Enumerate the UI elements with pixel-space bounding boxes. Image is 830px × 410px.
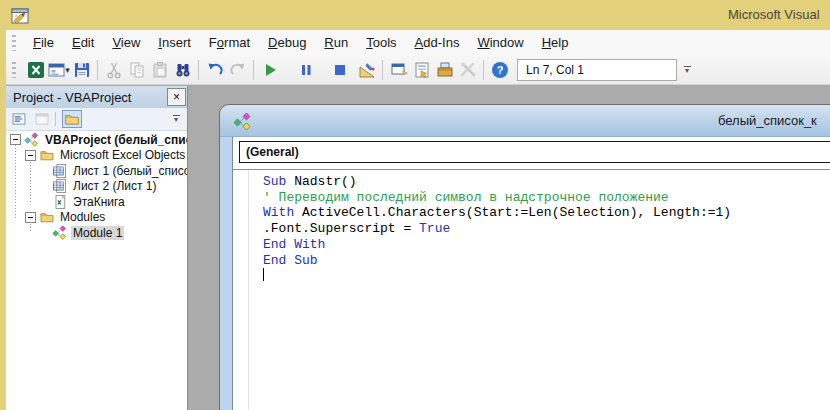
workbook-icon (52, 194, 68, 210)
folder-icon (64, 111, 81, 128)
view-excel-button[interactable] (24, 59, 47, 81)
vba-app-icon (10, 5, 30, 25)
folder-icon (39, 147, 55, 163)
menu-format[interactable]: Format (200, 35, 259, 50)
userform-icon (47, 60, 67, 80)
object-browser-icon (435, 60, 455, 80)
find-button[interactable] (171, 59, 194, 81)
toolbar-grip[interactable] (12, 62, 16, 78)
toolbar-overflow-button[interactable]: ▾ (679, 60, 695, 80)
help-icon: ? (490, 60, 510, 80)
panel-overflow-button[interactable]: ▾ (168, 109, 184, 129)
code-area[interactable]: Sub Nadstr()' Переводим последний символ… (233, 170, 830, 410)
help-button[interactable]: ? (488, 59, 511, 81)
tree-item-label: Лист 2 (Лист 1) (71, 179, 159, 193)
toolbar-separator (97, 60, 98, 80)
menu-view[interactable]: View (103, 35, 149, 50)
view-object-icon (34, 111, 51, 128)
reset-button[interactable] (328, 59, 351, 81)
toolbar-separator (382, 60, 383, 80)
code-line: ' Переводим последний символ в надстрочн… (263, 190, 731, 206)
toggle-folders-button[interactable] (62, 110, 82, 128)
chevron-down-icon: ▾ (685, 68, 689, 74)
menu-insert[interactable]: Insert (149, 35, 200, 50)
tree-expander-minus[interactable] (25, 150, 36, 161)
tree-item-modules[interactable]: Modules (6, 210, 187, 226)
toolbar-separator (55, 112, 56, 126)
tree-item-list1[interactable]: Лист 1 (белый_списо (6, 163, 187, 179)
code-line: With ActiveCell.Characters(Start:=Len(Se… (263, 205, 731, 221)
code-text[interactable]: Sub Nadstr()' Переводим последний символ… (263, 174, 731, 284)
standard-toolbar: ▾? Ln 7, Col 1 ▾ (6, 56, 830, 85)
tree-item-module1[interactable]: Module 1 (6, 225, 187, 241)
paste-button (148, 59, 171, 81)
copy-icon (127, 60, 147, 80)
break-button[interactable] (294, 59, 317, 81)
menu-run[interactable]: Run (315, 35, 357, 50)
cut-button (102, 59, 125, 81)
design-mode-button[interactable] (355, 59, 378, 81)
text-caret (263, 268, 264, 281)
folder-icon (39, 209, 55, 225)
project-panel-header: Project - VBAProject × (6, 86, 187, 108)
project-tree: VBAProject (белый_списоMicrosoft Excel O… (6, 130, 187, 410)
toolbox-button (456, 59, 479, 81)
object-dropdown[interactable]: (General) (239, 141, 830, 163)
object-browser-button[interactable] (433, 59, 456, 81)
insert-userform-button[interactable]: ▾ (47, 59, 70, 81)
tree-item-label: VBAProject (белый_списо (43, 133, 187, 147)
project-explorer-button[interactable] (387, 59, 410, 81)
menu-tools[interactable]: Tools (357, 35, 405, 50)
tree-item-label: Modules (58, 210, 107, 224)
worksheet-icon (52, 178, 68, 194)
position-indicator: Ln 7, Col 1 (517, 59, 677, 81)
tree-expander-minus[interactable] (10, 134, 21, 145)
view-code-icon (11, 111, 28, 128)
toolbar-separator (253, 60, 254, 80)
toolbar-separator (198, 60, 199, 80)
close-button[interactable]: × (167, 88, 186, 106)
code-window-title: белый_список_к (718, 105, 817, 136)
module-icon (233, 112, 250, 129)
menu-add-ins[interactable]: Add-Ins (406, 35, 469, 50)
paste-icon (150, 60, 170, 80)
menu-window[interactable]: Window (468, 35, 532, 50)
cut-icon (104, 60, 124, 80)
code-line: End Sub (263, 253, 731, 269)
save-button[interactable] (70, 59, 93, 81)
tree-item-label: Лист 1 (белый_списо (71, 164, 187, 178)
tree-item-label: Microsoft Excel Objects (58, 148, 187, 162)
run-button[interactable] (258, 59, 281, 81)
menubar-grip[interactable] (12, 35, 16, 51)
project-explorer-panel: Project - VBAProject × ▾ VBAProject (бел… (6, 86, 188, 410)
project-panel-toolbar: ▾ (6, 108, 187, 131)
code-window: белый_список_к (General) Sub Nadstr()' П… (219, 104, 830, 410)
properties-window-button[interactable] (410, 59, 433, 81)
tree-item-label: Module 1 (71, 226, 124, 240)
menu-file[interactable]: File (24, 35, 63, 50)
menu-help[interactable]: Help (533, 35, 578, 50)
tree-item-vbaproject[interactable]: VBAProject (белый_списо (6, 132, 187, 148)
save-icon (72, 60, 92, 80)
undo-icon (205, 60, 225, 80)
margin-indicator-bar (233, 170, 249, 410)
tree-item-label: ЭтаКнига (71, 195, 127, 209)
menu-debug[interactable]: Debug (259, 35, 315, 50)
run-icon (260, 60, 280, 80)
break-icon (296, 60, 316, 80)
toolbox-icon (458, 60, 478, 80)
menu-edit[interactable]: Edit (63, 35, 103, 50)
tree-item-thisworkbook[interactable]: ЭтаКнига (6, 194, 187, 210)
view-code-button[interactable] (9, 110, 29, 128)
tree-item-excel-objects[interactable]: Microsoft Excel Objects (6, 148, 187, 164)
worksheet-icon (52, 163, 68, 179)
tree-expander-minus[interactable] (25, 212, 36, 223)
code-window-titlebar[interactable]: белый_список_к (220, 105, 830, 137)
vba-editor-window: Microsoft Visual FileEditViewInsertForma… (0, 0, 830, 410)
find-icon (173, 60, 193, 80)
chevron-down-icon: ▾ (174, 117, 178, 123)
module-icon (52, 225, 68, 241)
undo-button[interactable] (203, 59, 226, 81)
tree-item-list2[interactable]: Лист 2 (Лист 1) (6, 179, 187, 195)
excel-icon (26, 60, 46, 80)
